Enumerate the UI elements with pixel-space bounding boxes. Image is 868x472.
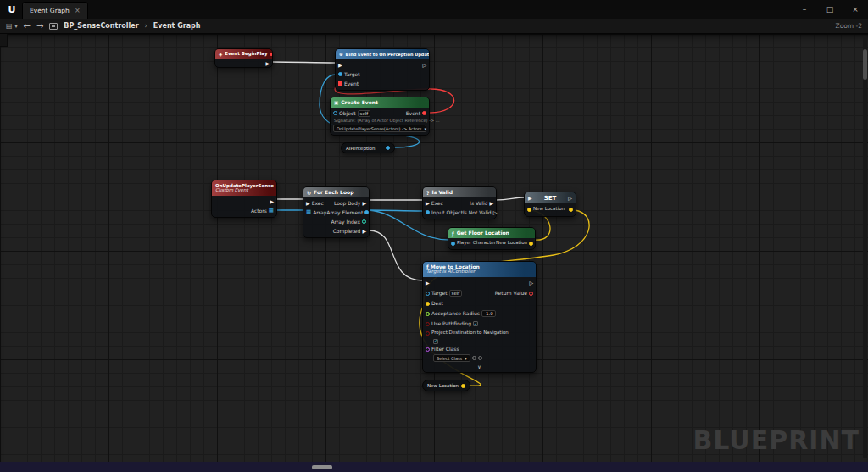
exec-in-pin[interactable]: ▶ xyxy=(338,63,342,68)
exec-out-pin[interactable]: ▶ xyxy=(265,61,270,66)
dest-pin[interactable] xyxy=(426,302,430,306)
pin-label: Event xyxy=(406,111,420,116)
loop-body-exec-pin[interactable]: ▶ xyxy=(362,201,366,206)
filter-class-dropdown[interactable]: Select Class ▾ xyxy=(433,354,470,362)
node-custom-event[interactable]: OnUpdatePlayerSense Custom Event ▶ Actor… xyxy=(211,180,277,218)
node-title: For Each Loop xyxy=(314,190,353,195)
exec-in-pin[interactable]: ▶ xyxy=(528,196,532,201)
exec-in-pin[interactable]: ▶ xyxy=(426,201,430,206)
is-not-valid-exec-pin[interactable]: ▷ xyxy=(493,210,498,215)
node-header[interactable]: ƒ Get Floor Location xyxy=(448,228,535,238)
vertical-scrollbar-thumb[interactable] xyxy=(863,49,867,80)
loop-icon: ↻ xyxy=(307,190,311,196)
event-delegate-pin[interactable] xyxy=(338,81,342,86)
new-location-out-pin[interactable] xyxy=(569,208,573,212)
node-header[interactable]: ▶ SET ▷ xyxy=(525,192,576,203)
breadcrumb-current[interactable]: Event Graph xyxy=(153,22,201,30)
expand-node-chevron-icon[interactable]: ∨ xyxy=(477,364,481,369)
question-icon: ? xyxy=(426,190,429,196)
node-header[interactable]: ⊕ Bind Event to On Perception Updated xyxy=(336,49,429,59)
back-button[interactable]: ← xyxy=(24,22,31,31)
pin-label: New Location xyxy=(533,207,565,212)
breadcrumb-separator-icon: › xyxy=(145,22,147,30)
class-browse-icon[interactable] xyxy=(478,356,482,360)
node-header[interactable]: ▣ Create Event xyxy=(331,97,429,108)
caret-down-icon: ▾ xyxy=(465,356,467,361)
delegate-pin[interactable] xyxy=(270,53,272,56)
variable-label: New Location xyxy=(427,383,459,388)
node-header[interactable]: ◈ Event BeginPlay xyxy=(215,49,272,59)
exec-in-pin[interactable]: ▶ xyxy=(426,280,430,286)
forward-button[interactable]: → xyxy=(36,22,43,31)
actors-array-pin[interactable]: ▦ xyxy=(269,208,274,214)
panel-menu-icon[interactable]: ▤ xyxy=(6,23,13,30)
graph-toolbar: ▤ ▾ ← → BP_SenseController › Event Graph… xyxy=(0,19,868,34)
completed-exec-pin[interactable]: ▶ xyxy=(362,229,366,234)
minimize-button[interactable]: – xyxy=(792,0,817,19)
project-destination-checkbox[interactable]: ✓ xyxy=(433,339,438,344)
exec-out-pin[interactable]: ▶ xyxy=(270,199,274,204)
tab-event-graph[interactable]: Event Graph × xyxy=(22,2,88,19)
use-pathfinding-pin[interactable] xyxy=(426,322,430,326)
acceptance-radius-pin[interactable] xyxy=(426,312,430,316)
pin-label: New Location xyxy=(496,241,527,246)
event-signature-dropdown[interactable]: OnUpdatePlayerSense(Actors) -> Actors ▾ xyxy=(333,125,426,132)
node-header[interactable]: OnUpdatePlayerSense Custom Event xyxy=(212,180,276,196)
pin-label: Actors xyxy=(251,208,267,214)
node-move-to-location[interactable]: ƒ Move to Location Target is AIControlle… xyxy=(422,261,537,373)
node-for-each-loop[interactable]: ↻ For Each Loop ▶ Exec Loop Body ▶ ▦ Arr… xyxy=(303,186,370,238)
target-pin[interactable] xyxy=(426,292,430,296)
new-location-in-pin[interactable] xyxy=(527,208,531,212)
wire-object-arrayelement-inputobject xyxy=(369,210,423,211)
pin-label: Acceptance Radius xyxy=(431,311,480,316)
vertical-scrollbar[interactable] xyxy=(863,36,867,458)
event-delegate-pin[interactable] xyxy=(422,111,426,115)
use-pathfinding-checkbox[interactable]: ✓ xyxy=(473,321,478,326)
exec-out-pin[interactable]: ▷ xyxy=(422,63,426,68)
exec-in-pin[interactable]: ▶ xyxy=(306,201,310,206)
signature-text: Signature: (Array of Actor Object Refere… xyxy=(331,118,429,124)
pin-label: Dest xyxy=(431,301,443,306)
class-use-selected-icon[interactable] xyxy=(472,356,476,360)
node-is-valid[interactable]: ? Is Valid ▶ Exec Is Valid ▶ Input Objec… xyxy=(422,186,497,219)
horizontal-scrollbar-thumb[interactable] xyxy=(312,465,332,469)
node-event-beginplay[interactable]: ◈ Event BeginPlay ▶ xyxy=(214,48,273,68)
object-out-pin[interactable] xyxy=(386,146,390,150)
node-get-floor-location[interactable]: ƒ Get Floor Location Player Character Ne… xyxy=(448,227,536,250)
input-object-pin[interactable] xyxy=(426,210,430,214)
new-location-out-pin[interactable] xyxy=(529,242,533,246)
exec-out-pin[interactable]: ▷ xyxy=(529,280,533,286)
tab-close-icon[interactable]: × xyxy=(75,8,81,14)
close-button[interactable]: × xyxy=(843,0,868,19)
array-element-pin[interactable] xyxy=(364,210,369,214)
title-bar: U Event Graph × – □ × xyxy=(0,0,868,19)
array-in-pin[interactable]: ▦ xyxy=(306,209,311,215)
object-pin[interactable] xyxy=(333,111,337,115)
target-object-pin[interactable] xyxy=(338,72,342,76)
array-index-pin[interactable] xyxy=(362,219,366,224)
acceptance-radius-field[interactable]: -1.0 xyxy=(481,310,496,317)
vector-out-pin[interactable] xyxy=(461,384,465,388)
panel-menu-caret-icon[interactable]: ▾ xyxy=(15,24,18,29)
player-character-pin[interactable] xyxy=(451,242,455,246)
project-destination-pin[interactable] xyxy=(426,331,430,336)
graph-canvas[interactable]: ◈ Event BeginPlay ▶ ⊕ Bind Event to On P… xyxy=(0,34,868,462)
node-header[interactable]: ƒ Move to Location Target is AIControlle… xyxy=(423,262,536,277)
node-header[interactable]: ↻ For Each Loop xyxy=(303,187,369,197)
node-create-event[interactable]: ▣ Create Event Object self Event Signatu… xyxy=(330,97,430,136)
is-valid-exec-pin[interactable]: ▶ xyxy=(489,201,493,206)
node-header[interactable]: ? Is Valid xyxy=(423,187,496,197)
node-set-new-location[interactable]: ▶ SET ▷ New Location xyxy=(524,192,576,217)
exec-out-pin[interactable]: ▷ xyxy=(568,196,572,201)
return-value-pin[interactable] xyxy=(529,292,533,296)
pin-label: Array Index xyxy=(331,219,360,225)
filter-class-pin[interactable] xyxy=(426,347,430,352)
node-get-aiperception[interactable]: AIPerception xyxy=(341,142,395,153)
node-bind-event[interactable]: ⊕ Bind Event to On Perception Updated ▶ … xyxy=(335,48,430,91)
breadcrumb-root[interactable]: BP_SenseController xyxy=(64,22,138,30)
maximize-button[interactable]: □ xyxy=(817,0,843,19)
wire-exec-completed-moveto xyxy=(369,230,423,280)
object-value-field[interactable]: self xyxy=(358,110,371,117)
node-get-new-location[interactable]: New Location xyxy=(422,380,470,391)
target-value-field[interactable]: self xyxy=(449,290,463,297)
